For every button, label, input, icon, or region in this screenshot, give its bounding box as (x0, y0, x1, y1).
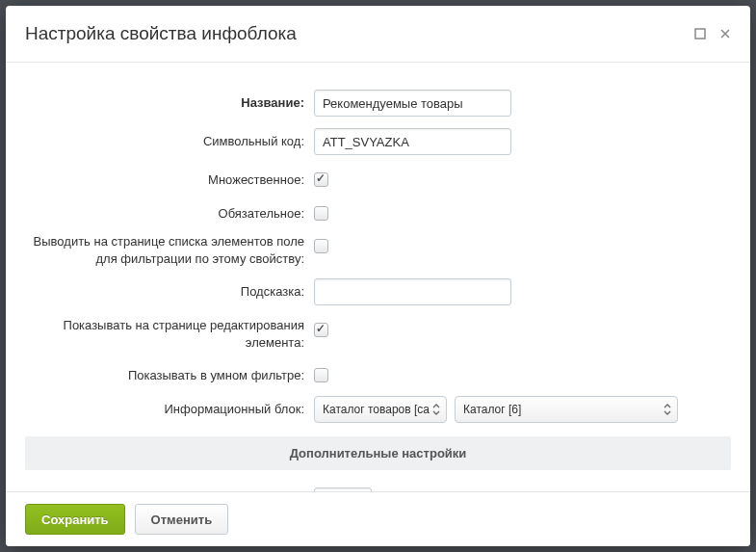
iblock-type-value: Каталог товаров [ca (323, 403, 430, 416)
iblock-value: Каталог [6] (463, 403, 521, 416)
show-in-list-checkbox[interactable] (314, 239, 328, 253)
code-input[interactable] (314, 128, 511, 155)
list-height-input[interactable] (314, 487, 372, 491)
multiple-checkbox[interactable] (314, 172, 328, 187)
iblock-select[interactable]: Каталог [6] (455, 396, 678, 423)
label-required: Обязательное: (25, 200, 314, 223)
label-iblock: Информационный блок: (25, 396, 314, 418)
dialog-body: Название: Символьный код: Множественное:… (6, 63, 750, 491)
label-show-in-list: Выводить на странице списка элементов по… (25, 233, 314, 267)
hint-input[interactable] (314, 278, 511, 305)
label-code: Символьный код: (25, 128, 314, 150)
label-hint: Подсказка: (25, 278, 314, 301)
label-show-in-edit: Показывать на странице редактирования эл… (25, 317, 314, 351)
cancel-button[interactable]: Отменить (135, 504, 229, 535)
name-input[interactable] (314, 90, 511, 117)
save-button[interactable]: Сохранить (25, 504, 125, 535)
smart-filter-checkbox[interactable] (314, 368, 328, 382)
label-smart-filter: Показывать в умном фильтре: (25, 362, 314, 384)
dialog-header: Настройка свойства инфоблока (6, 6, 750, 63)
svg-rect-0 (695, 29, 705, 39)
required-checkbox[interactable] (314, 206, 328, 221)
dialog-footer: Сохранить Отменить (6, 491, 750, 546)
dialog-title: Настройка свойства инфоблока (25, 23, 694, 44)
close-icon[interactable] (719, 28, 731, 39)
label-list-height: Высота списка: (25, 487, 314, 491)
property-settings-dialog: Настройка свойства инфоблока Название: С… (6, 6, 750, 546)
show-in-edit-checkbox[interactable] (314, 323, 328, 337)
label-multiple: Множественное: (25, 167, 314, 189)
section-header-additional: Дополнительные настройки (25, 436, 731, 470)
label-name: Название: (25, 90, 314, 112)
iblock-type-select[interactable]: Каталог товаров [ca (314, 396, 447, 423)
maximize-icon[interactable] (694, 28, 706, 39)
